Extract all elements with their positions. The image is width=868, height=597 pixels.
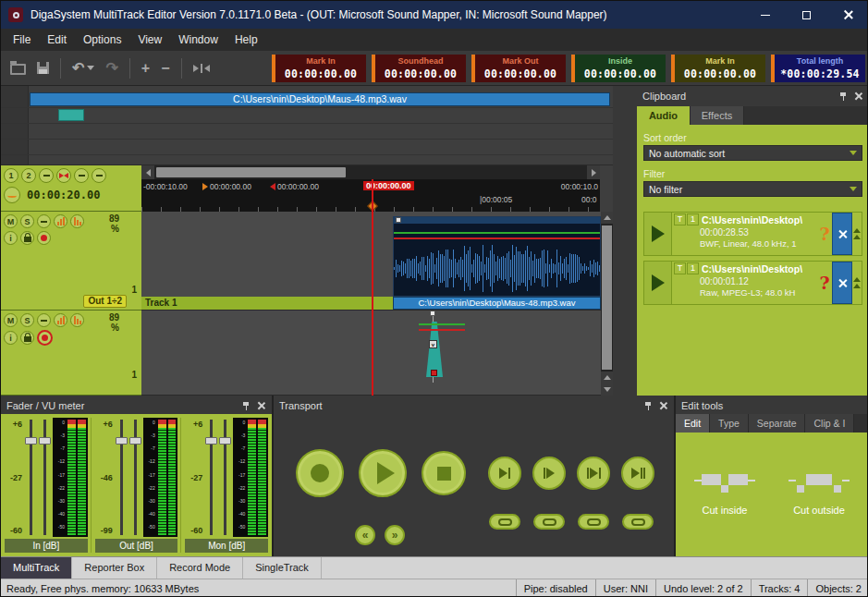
tab-clip[interactable]: Clip & I [805, 414, 854, 433]
play-from-mark-button[interactable] [532, 457, 566, 490]
record-button[interactable] [296, 449, 344, 497]
tab-edit[interactable]: Edit [676, 414, 710, 433]
meter-mode-button-2[interactable] [70, 214, 84, 228]
play-entry-button[interactable] [644, 262, 672, 304]
tab-audio[interactable]: Audio [637, 106, 691, 125]
close-panel-icon[interactable] [257, 401, 266, 410]
menu-window[interactable]: Window [170, 29, 226, 51]
minimize-button[interactable] [744, 1, 786, 29]
close-panel-icon[interactable] [659, 401, 668, 410]
fader-handle[interactable] [129, 437, 141, 445]
fader-slider[interactable] [129, 418, 141, 537]
menu-view[interactable]: View [129, 29, 170, 51]
tab-record-mode[interactable]: Record Mode [157, 557, 243, 579]
menu-file[interactable]: File [5, 29, 39, 51]
fader-handle[interactable] [39, 437, 51, 445]
save-button[interactable] [37, 62, 49, 74]
pin-icon[interactable] [242, 402, 250, 410]
clipboard-entry[interactable]: T 1 C:\Users\nin\Desktop\ 00:00:01.12 Ra… [643, 261, 862, 305]
loop-all-button[interactable] [622, 514, 654, 530]
tab-multitrack[interactable]: MultiTrack [1, 557, 72, 579]
filter-select[interactable]: No filter [643, 181, 862, 197]
zoom-small-button[interactable] [74, 168, 89, 183]
mark-in-marker-icon[interactable] [202, 183, 208, 190]
play-to-mark-button[interactable] [488, 457, 521, 490]
output-routing-badge[interactable]: Out 1÷2 [83, 295, 127, 308]
collapse-button[interactable] [37, 313, 51, 327]
pan-envelope-line[interactable] [419, 329, 465, 331]
playhead[interactable] [372, 179, 373, 396]
cut-inside-button[interactable]: Cut inside [681, 442, 768, 547]
lock-button[interactable] [20, 231, 34, 245]
redo-button[interactable]: ↷ [105, 61, 117, 76]
vertical-scroll-thumb[interactable] [602, 225, 612, 370]
clipboard-entry[interactable]: T 1 C:\Users\nin\Desktop\ 00:00:28.53 BW… [643, 212, 862, 256]
collapse-button[interactable] [37, 214, 51, 228]
forward-button[interactable]: » [385, 525, 405, 545]
set-marks-button[interactable] [193, 64, 210, 73]
play-entry-button[interactable] [644, 213, 672, 255]
scroll-left-button[interactable] [141, 165, 154, 179]
fader-handle[interactable] [116, 437, 128, 445]
scroll-up-button[interactable] [601, 212, 613, 224]
zoom-out-small-button[interactable] [39, 168, 54, 183]
maximize-button[interactable] [786, 1, 827, 29]
move-up-icons[interactable] [852, 262, 862, 304]
loop-to-mark-button[interactable] [489, 514, 520, 530]
zoom-out-button[interactable]: − [161, 61, 169, 76]
tab-singletrack[interactable]: SingleTrack [243, 557, 322, 579]
move-up-icons[interactable] [852, 213, 862, 255]
meter-mode-button[interactable] [54, 214, 67, 228]
pin-icon[interactable] [839, 92, 847, 101]
menu-help[interactable]: Help [226, 29, 266, 51]
mute-button[interactable]: M [4, 313, 18, 327]
record-arm-button-armed[interactable] [37, 330, 53, 346]
scroll-right-button[interactable] [587, 165, 600, 179]
fader-slider[interactable] [116, 418, 128, 537]
zoom-small-button-2[interactable] [92, 168, 106, 183]
wave-scale-button[interactable] [4, 187, 20, 203]
meter-mode-button[interactable] [54, 313, 67, 327]
undo-button[interactable]: ↶ [72, 61, 94, 76]
close-button[interactable] [827, 1, 868, 29]
overview-clip-2[interactable] [58, 109, 84, 121]
info-button[interactable]: i [4, 331, 18, 345]
delete-entry-button[interactable] [832, 262, 852, 304]
overview-clip[interactable]: C:\Users\nin\Desktop\Maus-48.mp3.wav [30, 92, 610, 106]
play-selection-button[interactable] [577, 457, 610, 490]
tab-effects[interactable]: Effects [691, 106, 744, 125]
volume-envelope-line[interactable] [394, 232, 600, 234]
loop-from-mark-button[interactable] [533, 514, 565, 530]
info-button[interactable]: i [4, 231, 18, 245]
volume-envelope-line[interactable] [419, 323, 465, 325]
tab-separate[interactable]: Separate [749, 414, 806, 433]
mark-out-marker-icon[interactable] [270, 183, 275, 190]
sort-order-select[interactable]: No automatic sort [643, 145, 862, 161]
scroll-down-button[interactable] [601, 384, 613, 396]
tab-type[interactable]: Type [710, 414, 749, 433]
zoom-in-button[interactable]: + [141, 61, 150, 76]
loop-selection-button[interactable] [578, 514, 609, 530]
fader-handle[interactable] [25, 437, 37, 445]
fade-end-handle[interactable] [431, 370, 437, 376]
horizontal-scroll-thumb[interactable] [156, 167, 346, 177]
menu-edit[interactable]: Edit [39, 29, 75, 51]
lock-button[interactable] [20, 331, 34, 345]
fader-slider[interactable] [205, 418, 217, 537]
rewind-button[interactable]: « [355, 525, 375, 545]
zoom-preset-2-button[interactable]: 2 [21, 168, 36, 183]
zoom-to-marks-button[interactable] [56, 168, 71, 183]
record-arm-button[interactable] [37, 231, 51, 245]
fader-handle[interactable] [219, 437, 231, 445]
horizontal-scrollbar[interactable] [141, 165, 600, 179]
open-button[interactable] [10, 61, 26, 75]
solo-button[interactable]: S [20, 313, 34, 327]
audio-clip[interactable] [393, 216, 601, 297]
clip-filename-bar[interactable]: C:\Users\nin\Desktop\Maus-48.mp3.wav [393, 297, 601, 310]
scroll-up-button-2[interactable] [601, 372, 613, 384]
stop-button[interactable] [422, 451, 466, 495]
mute-button[interactable]: M [4, 214, 18, 228]
pan-envelope-line[interactable] [394, 238, 600, 239]
play-all-button[interactable] [621, 457, 654, 490]
tab-reporter-box[interactable]: Reporter Box [72, 557, 157, 579]
